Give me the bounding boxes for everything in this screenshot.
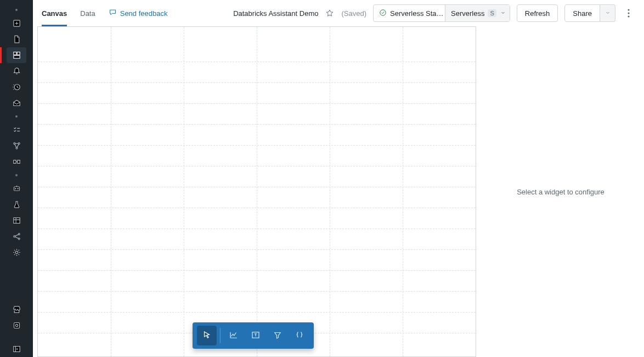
compute-selector[interactable]: Serverless Sta… Serverless S [373,4,510,22]
compute-status-label: Serverless Sta… [390,9,444,18]
svg-point-22 [628,15,629,17]
filter-icon [273,330,283,342]
svg-point-13 [18,233,20,235]
svg-point-10 [17,188,18,189]
cursor-icon [202,330,212,342]
nav-models-icon[interactable] [7,317,26,333]
cursor-tool-button[interactable] [197,326,217,345]
toolbar-separator [220,328,221,343]
svg-rect-11 [13,218,19,224]
config-placeholder: Select a widget to configure [517,188,605,196]
nav-pipelines-icon[interactable] [7,154,26,170]
text-tool-button[interactable] [246,326,265,345]
chevron-down-icon [500,9,506,18]
nav-dashboard-icon[interactable] [7,47,26,63]
comment-icon [109,8,117,18]
nav-collapse-sidebar-icon[interactable] [7,341,26,357]
content-area: Select a widget to configure [33,26,644,357]
braces-icon [295,330,304,342]
compute-dropdown[interactable]: Serverless S [445,5,510,21]
check-circle-icon [379,9,387,18]
nav-alerts-icon[interactable] [7,63,26,79]
share-button-group: Share [564,4,615,22]
nav-marketplace-icon[interactable] [7,302,26,317]
svg-point-21 [628,12,629,14]
line-chart-icon [229,330,239,342]
svg-point-19 [380,9,386,15]
widget-toolbar [193,322,314,349]
nav-experiments-icon[interactable] [7,197,26,213]
tab-canvas[interactable]: Canvas [42,0,67,26]
config-panel: Select a widget to configure [477,26,644,357]
svg-point-17 [15,324,18,326]
refresh-button[interactable]: Refresh [517,4,558,22]
saved-status: (Saved) [341,9,366,18]
share-button[interactable]: Share [564,4,600,22]
svg-point-20 [628,9,629,10]
svg-point-14 [18,238,20,239]
share-caret-button[interactable] [600,4,615,22]
code-tool-button[interactable] [290,326,309,345]
svg-point-5 [13,143,15,144]
main-area: Canvas Data Send feedback Databricks Ass… [33,0,644,357]
send-feedback-label: Send feedback [120,9,168,18]
top-toolbar: Canvas Data Send feedback Databricks Ass… [33,0,644,26]
dashboard-canvas[interactable] [37,26,476,357]
chevron-down-icon [605,9,611,18]
left-sidebar [0,0,33,357]
svg-rect-1 [13,52,16,55]
document-title[interactable]: Databricks Assistant Demo [233,9,318,18]
svg-point-12 [13,236,15,237]
svg-rect-8 [14,187,19,191]
sidebar-separator-dot [15,9,18,11]
nav-checklist-icon[interactable] [7,122,26,138]
chart-tool-button[interactable] [224,326,244,345]
filter-tool-button[interactable] [268,326,287,345]
nav-workflows-icon[interactable] [7,138,26,154]
sidebar-separator-dot [15,174,18,176]
more-menu-button[interactable] [622,4,635,22]
nav-ai-assistant-icon[interactable] [7,181,26,197]
tab-data[interactable]: Data [80,0,95,26]
nav-tables-icon[interactable] [7,213,26,228]
sidebar-separator-dot [15,115,18,118]
svg-point-15 [15,251,18,253]
svg-rect-2 [17,52,20,55]
svg-point-7 [16,147,18,149]
send-feedback-link[interactable]: Send feedback [109,8,168,18]
compute-status: Serverless Sta… [374,9,445,18]
compute-size-badge: S [488,9,496,17]
text-box-icon [251,330,261,342]
canvas-wrap [33,26,477,357]
svg-rect-3 [13,55,19,58]
compute-name: Serverless [451,9,484,18]
nav-sql-file-icon[interactable] [7,31,26,47]
svg-point-9 [15,188,15,189]
nav-settings-icon[interactable] [7,244,26,260]
svg-point-6 [18,143,20,144]
view-tabs: Canvas Data [42,0,95,26]
favorite-star-icon[interactable] [325,8,335,18]
nav-warehouse-icon[interactable] [7,95,26,111]
nav-new-icon[interactable] [7,15,26,31]
nav-graph-icon[interactable] [7,228,26,244]
nav-history-icon[interactable] [7,79,26,95]
